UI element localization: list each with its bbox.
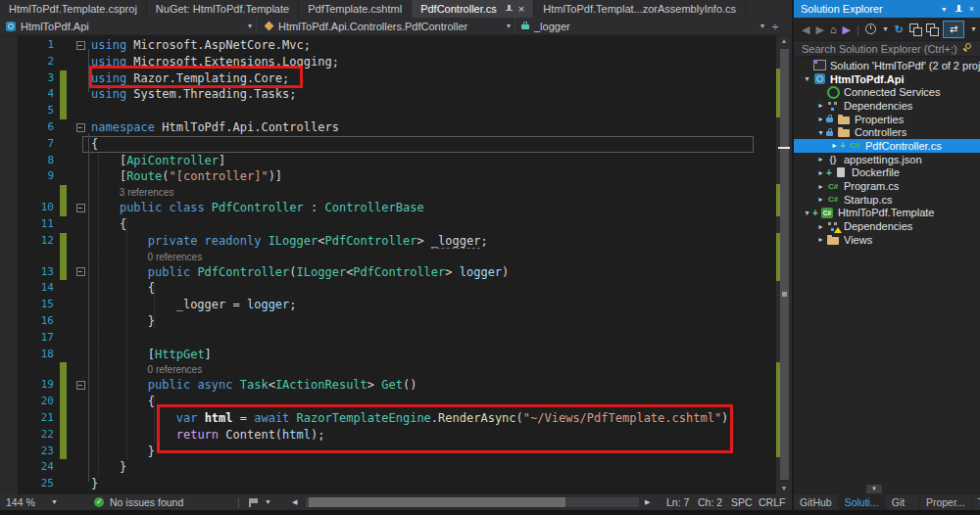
panel-tab-proper[interactable]: Proper... [920,494,972,510]
tree-item-startup-cs[interactable]: ▸C#Startup.cs [794,193,980,207]
editor-tab[interactable]: NuGet: HtmlToPdf.Template [147,0,299,18]
code-line[interactable]: 8 [ApiController] [0,153,774,169]
expander-arrow-icon[interactable]: ▾ [815,128,826,137]
code-line[interactable]: 2using Microsoft.Extensions.Logging; [0,54,774,70]
code-editor[interactable]: 1−using Microsoft.AspNetCore.Mvc;2using … [0,35,792,494]
editor-tab[interactable]: HtmlToPdf.Templat...zorAssemblyInfo.cs [534,0,746,18]
pin-icon[interactable] [504,5,513,14]
close-icon[interactable]: × [969,4,974,14]
home-icon[interactable]: ⌂ [830,23,837,36]
codelens-text[interactable]: 0 references [91,250,202,264]
tree-item-views[interactable]: ▸Views [794,233,980,247]
pending-changes-filter-icon[interactable] [865,23,876,34]
scroll-right-icon[interactable]: ▶ [645,494,650,510]
solution-explorer-titlebar[interactable]: Solution Explorer ▼ × [794,0,980,18]
fold-collapse-icon[interactable]: − [76,41,85,50]
code-line[interactable]: 14 { [0,280,774,297]
line-ending-indicator[interactable]: CRLF [759,494,785,510]
tree-item-htmltopdf-template[interactable]: ▾+C#HtmlToPdf.Template [794,207,980,220]
expander-arrow-icon[interactable]: ▾ [802,74,812,83]
tree-item-pdfcontroller-cs[interactable]: ▸+C#PdfController.cs [794,139,980,153]
tree-item-dependencies[interactable]: ▸Dependencies [794,99,980,113]
switch-views-icon[interactable]: ▶ [843,23,851,36]
code-line[interactable]: 17 [0,330,774,347]
expander-arrow-icon[interactable]: ▸ [815,222,826,231]
editor-tab[interactable]: PdfTemplate.cshtml [299,0,412,18]
code-line[interactable]: 18 [HttpGet] [0,347,774,363]
expander-arrow-icon[interactable]: ▸ [815,155,826,164]
project-dropdown[interactable]: HtmlToPdf.Api ▾ [0,19,257,34]
codelens-text[interactable]: 3 references [91,185,173,200]
code-line[interactable]: 25} [0,476,774,492]
code-line[interactable]: 7{ [0,136,774,153]
fold-collapse-icon[interactable]: − [76,204,85,212]
code-line[interactable]: 1−using Microsoft.AspNetCore.Mvc; [0,37,774,54]
scroll-down-icon[interactable]: ▼ [776,483,792,494]
show-all-files-icon[interactable] [926,23,937,34]
back-icon[interactable]: ◀ [802,23,809,36]
code-area[interactable]: 1−using Microsoft.AspNetCore.Mvc;2using … [0,37,774,492]
health-status-text[interactable]: No issues found [110,494,183,510]
expander-arrow-icon[interactable]: ▸ [815,115,826,123]
code-line[interactable]: 9 [Route("[controller]")] [0,168,774,185]
code-line[interactable]: 24 } [0,459,774,476]
expander-arrow-icon[interactable]: ▸ [829,141,840,150]
tree-item-htmltopdf-api[interactable]: ▾HtmlToPdf.Api [794,72,980,86]
expander-arrow-icon[interactable]: ▸ [815,182,826,191]
forward-icon[interactable]: ▶ [815,23,823,36]
expander-arrow-icon[interactable]: ▸ [815,195,826,204]
search-icon[interactable] [962,43,973,54]
tree-item-program-cs[interactable]: ▸C#Program.cs [794,179,980,193]
member-dropdown[interactable]: _logger ▾ [515,19,768,34]
horizontal-scrollbar-thumb[interactable] [309,497,565,507]
code-line[interactable]: 16 } [0,313,774,330]
close-icon[interactable]: × [518,4,524,15]
scroll-up-icon[interactable]: ▲ [776,35,792,47]
expander-arrow-icon[interactable]: ▾ [802,209,812,217]
scroll-left-icon[interactable]: ◀ [292,494,297,510]
code-line[interactable]: 19− public async Task<IActionResult> Get… [0,377,774,394]
panel-tab-teste[interactable]: Test E... [972,494,980,510]
code-line[interactable]: 5 [0,103,774,119]
codelens-row[interactable]: 0 references [0,250,774,264]
code-line[interactable]: 12 private readonly ILogger<PdfControlle… [0,233,774,250]
zoom-level[interactable]: 144 % [6,494,35,510]
line-indicator[interactable]: Ln: 7 [666,494,689,510]
tree-item-dependencies[interactable]: ▸Dependencies [794,219,980,233]
flag-dropdown-icon[interactable]: ▼ [265,494,271,510]
column-indicator[interactable]: Ch: 2 [698,494,722,510]
code-line[interactable]: 22 return Content(html); [0,427,774,444]
type-dropdown[interactable]: HtmlToPdf.Api.Controllers.PdfController … [257,19,515,34]
tree-item-solution-htmltopdf-2-of-2-projects-[interactable]: Solution 'HtmlToPdf' (2 of 2 projects) [794,59,980,72]
pin-icon[interactable] [955,5,962,14]
code-line[interactable]: 15 _logger = logger; [0,297,774,313]
split-editor-icon[interactable]: ÷ [772,21,778,32]
vertical-scrollbar[interactable]: ▲ ▼ [776,35,792,494]
code-line[interactable]: 23 } [0,444,774,460]
code-line[interactable]: 3using Razor.Templating.Core; [0,70,774,87]
code-line[interactable]: 4using System.Threading.Tasks; [0,86,774,103]
codelens-row[interactable]: 3 references [0,185,774,200]
tree-item-controllers[interactable]: ▾Controllers [794,125,980,139]
tree-item-dockerfile[interactable]: ▸+Dockerfile [794,166,980,180]
expander-arrow-icon[interactable]: ▸ [815,235,826,244]
fold-collapse-icon[interactable]: − [76,381,85,390]
code-line[interactable]: 10− public class PdfController : Control… [0,200,774,216]
sync-with-active-document-icon[interactable]: ⇄ [943,21,964,38]
sync-dropdown-icon[interactable]: ▼ [970,25,977,32]
window-position-dropdown-icon[interactable]: ▼ [941,6,948,13]
fold-collapse-icon[interactable]: − [76,123,85,132]
code-line[interactable]: 21 var html = await RazorTemplateEngine.… [0,410,774,427]
codelens-text[interactable]: 0 references [91,362,202,377]
zoom-dropdown-icon[interactable]: ▼ [51,494,58,510]
filter-dropdown-icon[interactable]: ▼ [882,25,889,32]
editor-tab[interactable]: HtmlToPdf.Template.csproj [0,0,147,18]
tree-item-appsettings-json[interactable]: ▸{}appsettings.json [794,153,980,166]
collapse-all-icon[interactable] [909,23,920,34]
code-line[interactable]: 6−namespace HtmlToPdf.Api.Controllers [0,119,774,136]
refresh-icon[interactable]: ↻ [895,23,904,36]
tree-item-properties[interactable]: ▸Properties [794,113,980,126]
tree-item-connected-services[interactable]: Connected Services [794,85,980,99]
expander-arrow-icon[interactable]: ▸ [815,101,826,110]
editor-tab[interactable]: PdfController.cs× [412,0,534,18]
